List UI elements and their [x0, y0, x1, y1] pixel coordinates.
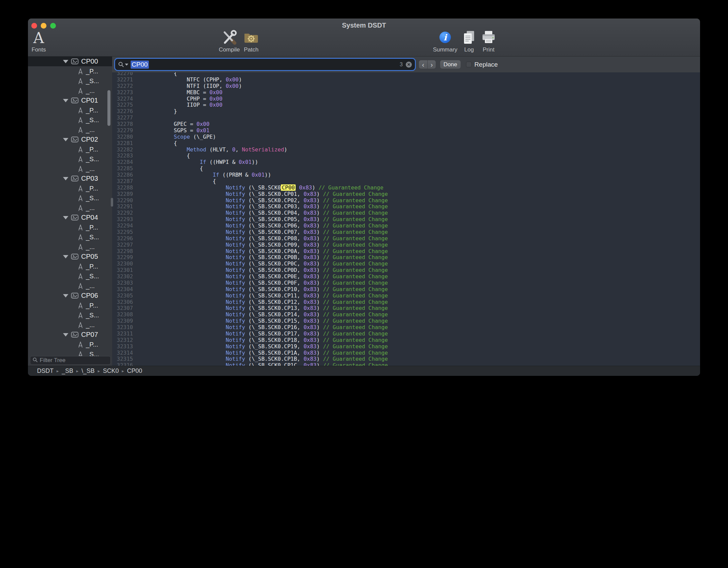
code-line: 32285 { [112, 166, 700, 172]
line-number: 32313 [112, 344, 133, 350]
scope-icon [71, 176, 78, 181]
line-number: 32299 [112, 254, 133, 261]
line-number: 32295 [112, 229, 133, 236]
tree-child-item[interactable]: _... [28, 281, 112, 291]
done-button[interactable]: Done [440, 60, 461, 69]
sidebar-scrollbar[interactable] [107, 90, 110, 126]
search-scope-chevron-icon[interactable] [125, 64, 128, 66]
print-button[interactable]: Print [472, 30, 505, 53]
tree-child-item[interactable]: _S... [28, 349, 112, 356]
scope-icon [71, 59, 78, 64]
tree-child-item[interactable]: _... [28, 320, 112, 330]
tree-child-item[interactable]: _P... [28, 222, 112, 232]
tree-child-item[interactable]: _S... [28, 115, 112, 125]
fonts-button[interactable]: A Fonts [28, 30, 55, 53]
line-number: 32285 [112, 166, 133, 172]
disclosure-triangle-icon[interactable] [63, 255, 68, 258]
code-line: 32299 Notify (\_SB.SCK0.CP0B, 0x83) // G… [112, 254, 700, 261]
breadcrumb-item[interactable]: SCK0 [103, 367, 119, 375]
tree-child-item[interactable]: _... [28, 203, 112, 213]
disclosure-triangle-icon[interactable] [63, 333, 68, 336]
tree-child-item[interactable]: _S... [28, 310, 112, 320]
tree-child-item[interactable]: _... [28, 242, 112, 252]
tree-child-label: _P... [86, 224, 98, 231]
line-number: 32302 [112, 274, 133, 280]
line-number: 32316 [112, 362, 133, 366]
line-number: 32288 [112, 185, 133, 191]
code-line: 32304 Notify (\_SB.SCK0.CP10, 0x83) // G… [112, 286, 700, 293]
line-number: 32279 [112, 128, 133, 134]
tree-item-cp01[interactable]: CP01 [28, 96, 112, 105]
scope-icon [71, 137, 78, 142]
tree-child-item[interactable]: _P... [28, 144, 112, 154]
tree-item-label: CP00 [81, 58, 98, 65]
line-number: 32305 [112, 293, 133, 299]
tree-child-item[interactable]: _P... [28, 300, 112, 310]
search-query-text: CP00 [131, 61, 149, 69]
previous-match-button[interactable]: ‹ [419, 60, 427, 69]
disclosure-triangle-icon[interactable] [63, 60, 68, 63]
method-icon [78, 156, 83, 163]
tree-child-item[interactable]: _P... [28, 105, 112, 115]
disclosure-triangle-icon[interactable] [63, 138, 68, 141]
tree-child-item[interactable]: _P... [28, 183, 112, 193]
disclosure-triangle-icon[interactable] [63, 99, 68, 102]
tree-item-cp03[interactable]: CP03 [28, 174, 112, 183]
line-number: 32312 [112, 337, 133, 344]
method-icon [78, 244, 83, 250]
tree-item-cp06[interactable]: CP06 [28, 291, 112, 300]
tree-child-item[interactable]: _S... [28, 76, 112, 86]
main-pane: CP00 3 ✕ ‹ › Done Replace 32270 {32271 N… [112, 57, 700, 366]
tree-child-item[interactable]: _S... [28, 232, 112, 242]
patch-button[interactable]: Patch [235, 30, 267, 53]
line-number: 32310 [112, 324, 133, 331]
code-line: 32303 Notify (\_SB.SCK0.CP0F, 0x83) // G… [112, 280, 700, 286]
tree-child-item[interactable]: _P... [28, 261, 112, 271]
tree-child-item[interactable]: _... [28, 86, 112, 96]
search-icon[interactable] [118, 62, 124, 67]
code-line: 32288 Notify (\_SB.SCK0CP00 0x83) // Gua… [112, 185, 700, 191]
tree-item-cp00[interactable]: CP00 [28, 57, 112, 66]
tree-child-item[interactable]: _... [28, 164, 112, 174]
breadcrumb-separator-icon: ▸ [76, 368, 79, 374]
code-editor[interactable]: 32270 {32271 NTFC (CPHP, 0x00)32272 NTFI… [112, 72, 700, 366]
filter-tree-input[interactable] [40, 357, 112, 364]
breadcrumb-item[interactable]: _SB [62, 367, 73, 375]
line-number: 32275 [112, 102, 133, 108]
code-line: 32290 Notify (\_SB.SCK0.CP02, 0x83) // G… [112, 198, 700, 204]
code-line: 32276 } [112, 108, 700, 115]
disclosure-triangle-icon[interactable] [63, 216, 68, 219]
code-line: 32316 Notify (\_SB.SCK0.CP1C, 0x83) // G… [112, 362, 700, 366]
tree-child-item[interactable]: _... [28, 125, 112, 135]
tree-item-cp02[interactable]: CP02 [28, 135, 112, 144]
tree-item-label: CP02 [81, 136, 98, 143]
tree-child-item[interactable]: _S... [28, 271, 112, 281]
splitter-handle-icon[interactable] [111, 198, 113, 207]
method-icon [78, 117, 83, 123]
tree-item-cp07[interactable]: CP07 [28, 330, 112, 340]
tree-item-label: CP04 [81, 214, 98, 221]
tree-child-label: _S... [86, 234, 99, 241]
match-count: 3 [400, 62, 403, 68]
line-number: 32283 [112, 153, 133, 159]
disclosure-triangle-icon[interactable] [63, 177, 68, 180]
breadcrumb-item[interactable]: CP00 [127, 367, 142, 375]
breadcrumb-item[interactable]: \_SB [81, 367, 95, 375]
code-line: 32273 MEBC = 0x00 [112, 90, 700, 96]
scope-icon [71, 293, 78, 298]
next-match-button[interactable]: › [427, 60, 436, 69]
tree-item-cp04[interactable]: CP04 [28, 213, 112, 222]
clear-search-icon[interactable]: ✕ [406, 62, 412, 68]
tree-item-cp05[interactable]: CP05 [28, 252, 112, 261]
tree-child-label: _P... [86, 107, 98, 114]
code-line: 32308 Notify (\_SB.SCK0.CP14, 0x83) // G… [112, 312, 700, 318]
tree-child-item[interactable]: _P... [28, 66, 112, 76]
replace-checkbox[interactable] [466, 62, 472, 67]
tree-child-item[interactable]: _S... [28, 193, 112, 203]
tree-child-item[interactable]: _S... [28, 154, 112, 164]
breadcrumb-item[interactable]: DSDT [37, 367, 54, 375]
tree-child-item[interactable]: _P... [28, 340, 112, 349]
line-number: 32300 [112, 261, 133, 267]
disclosure-triangle-icon[interactable] [63, 294, 68, 297]
search-input[interactable]: CP00 3 ✕ [115, 59, 415, 70]
